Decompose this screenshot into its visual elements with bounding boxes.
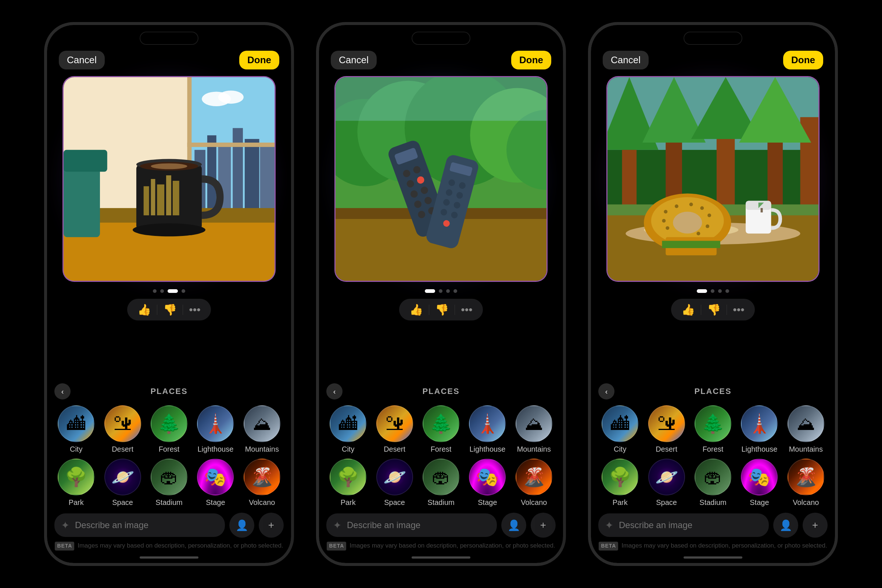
category-mountains-1[interactable]: Mountains bbox=[240, 405, 284, 453]
dot-1-2[interactable] bbox=[168, 289, 178, 293]
category-volcano-1[interactable]: Volcano bbox=[240, 459, 284, 507]
thumbs-down-button-1[interactable]: 👎 bbox=[163, 303, 177, 316]
plus-button-3[interactable]: + bbox=[802, 513, 828, 538]
svg-rect-33 bbox=[336, 77, 546, 121]
stage-label-2: Stage bbox=[478, 498, 497, 507]
back-button-2[interactable]: ‹ bbox=[326, 383, 342, 399]
category-forest-3[interactable]: Forest bbox=[691, 405, 735, 453]
person-button-2[interactable]: 👤 bbox=[501, 513, 526, 538]
category-park-2[interactable]: Park bbox=[326, 459, 370, 507]
more-button-3[interactable]: ••• bbox=[733, 303, 744, 316]
back-button-1[interactable]: ‹ bbox=[54, 383, 70, 399]
category-space-3[interactable]: Space bbox=[645, 459, 688, 507]
category-stadium-1[interactable]: Stadium bbox=[147, 459, 191, 507]
done-button-2[interactable]: Done bbox=[511, 51, 551, 69]
dot-2-1[interactable] bbox=[439, 289, 442, 293]
plus-button-2[interactable]: + bbox=[531, 513, 556, 538]
back-button-3[interactable]: ‹ bbox=[598, 383, 615, 399]
cancel-button-2[interactable]: Cancel bbox=[331, 51, 376, 69]
input-wrapper-2: ✦ bbox=[326, 513, 497, 537]
thumbs-down-button-3[interactable]: 👎 bbox=[707, 303, 721, 316]
stadium-label-3: Stadium bbox=[699, 498, 726, 507]
thumbs-down-button-2[interactable]: 👎 bbox=[435, 303, 449, 316]
city-icon-2 bbox=[330, 405, 366, 442]
category-grid-3: City Desert Forest Lighthouse bbox=[598, 405, 828, 507]
category-volcano-3[interactable]: Volcano bbox=[784, 459, 828, 507]
category-forest-1[interactable]: Forest bbox=[147, 405, 191, 453]
lighthouse-label-1: Lighthouse bbox=[197, 445, 233, 453]
more-button-1[interactable]: ••• bbox=[189, 303, 201, 316]
category-stadium-2[interactable]: Stadium bbox=[419, 459, 463, 507]
lighthouse-icon-2 bbox=[469, 405, 506, 442]
input-bar-2: ✦ 👤 + bbox=[326, 513, 556, 538]
category-desert-1[interactable]: Desert bbox=[101, 405, 144, 453]
svg-rect-11 bbox=[187, 142, 274, 147]
more-button-2[interactable]: ••• bbox=[461, 303, 472, 316]
svg-rect-22 bbox=[151, 179, 156, 215]
image-frame-2 bbox=[334, 76, 548, 282]
category-stadium-3[interactable]: Stadium bbox=[691, 459, 735, 507]
dot-1-0[interactable] bbox=[153, 289, 156, 293]
stage-label-3: Stage bbox=[750, 498, 769, 507]
forest-label-2: Forest bbox=[431, 445, 452, 453]
dot-3-2[interactable] bbox=[718, 289, 722, 293]
category-forest-2[interactable]: Forest bbox=[419, 405, 463, 453]
category-mountains-3[interactable]: Mountains bbox=[784, 405, 828, 453]
thumbs-up-button-2[interactable]: 👍 bbox=[410, 303, 423, 316]
ai-icon-1: ✦ bbox=[61, 519, 69, 531]
dot-1-3[interactable] bbox=[182, 289, 185, 293]
park-label-2: Park bbox=[340, 498, 356, 507]
dot-1-1[interactable] bbox=[160, 289, 164, 293]
category-park-3[interactable]: Park bbox=[598, 459, 642, 507]
category-mountains-2[interactable]: Mountains bbox=[512, 405, 556, 453]
beta-text-3: BETA Images may vary based on descriptio… bbox=[598, 542, 828, 550]
category-lighthouse-1[interactable]: Lighthouse bbox=[194, 405, 237, 453]
done-button-3[interactable]: Done bbox=[783, 51, 823, 69]
desert-icon-3 bbox=[648, 405, 685, 442]
top-bar-3: Cancel Done bbox=[591, 45, 835, 72]
cancel-button-3[interactable]: Cancel bbox=[603, 51, 649, 69]
dot-3-3[interactable] bbox=[726, 289, 729, 293]
thumbs-up-button-3[interactable]: 👍 bbox=[681, 303, 695, 316]
category-space-2[interactable]: Space bbox=[373, 459, 416, 507]
dot-2-0[interactable] bbox=[425, 289, 435, 293]
city-label-2: City bbox=[342, 445, 354, 453]
volcano-label-2: Volcano bbox=[521, 498, 547, 507]
category-lighthouse-3[interactable]: Lighthouse bbox=[738, 405, 781, 453]
dot-3-1[interactable] bbox=[711, 289, 714, 293]
image-frame-1 bbox=[63, 76, 276, 282]
person-button-1[interactable]: 👤 bbox=[230, 513, 254, 538]
input-bar-1: ✦ 👤 + bbox=[54, 513, 284, 538]
category-desert-3[interactable]: Desert bbox=[645, 405, 688, 453]
lighthouse-label-3: Lighthouse bbox=[741, 445, 777, 453]
dot-2-2[interactable] bbox=[446, 289, 450, 293]
describe-input-3[interactable] bbox=[598, 513, 769, 537]
desert-label-1: Desert bbox=[112, 445, 134, 453]
svg-point-82 bbox=[706, 225, 709, 228]
category-volcano-2[interactable]: Volcano bbox=[512, 459, 556, 507]
category-city-3[interactable]: City bbox=[598, 405, 642, 453]
category-stage-1[interactable]: Stage bbox=[194, 459, 237, 507]
category-park-1[interactable]: Park bbox=[54, 459, 98, 507]
category-stage-2[interactable]: Stage bbox=[466, 459, 509, 507]
describe-input-2[interactable] bbox=[326, 513, 497, 537]
done-button-1[interactable]: Done bbox=[239, 51, 279, 69]
plus-button-1[interactable]: + bbox=[259, 513, 284, 538]
category-city-1[interactable]: City bbox=[54, 405, 98, 453]
svg-rect-21 bbox=[144, 186, 149, 215]
cancel-button-1[interactable]: Cancel bbox=[59, 51, 105, 69]
beta-description-3: Images may vary based on description, pe… bbox=[621, 542, 827, 549]
dots-1 bbox=[153, 289, 185, 293]
category-lighthouse-2[interactable]: Lighthouse bbox=[466, 405, 509, 453]
volcano-label-3: Volcano bbox=[793, 498, 819, 507]
thumbs-up-button-1[interactable]: 👍 bbox=[138, 303, 151, 316]
dot-3-0[interactable] bbox=[697, 289, 707, 293]
person-button-3[interactable]: 👤 bbox=[773, 513, 798, 538]
category-space-1[interactable]: Space bbox=[101, 459, 144, 507]
dot-2-3[interactable] bbox=[453, 289, 457, 293]
svg-rect-25 bbox=[173, 181, 179, 215]
category-stage-3[interactable]: Stage bbox=[738, 459, 781, 507]
category-desert-2[interactable]: Desert bbox=[373, 405, 416, 453]
category-city-2[interactable]: City bbox=[326, 405, 370, 453]
describe-input-1[interactable] bbox=[54, 513, 225, 537]
